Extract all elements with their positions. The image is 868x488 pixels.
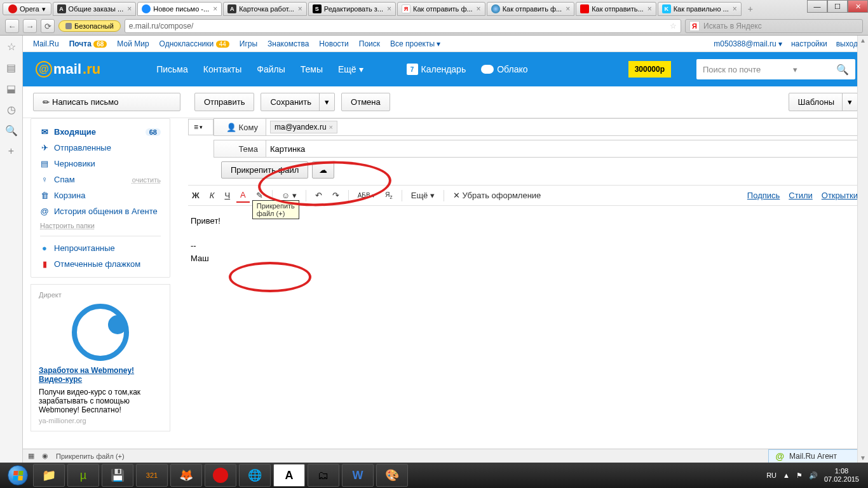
save-button[interactable]: Сохранить▾: [261, 93, 335, 111]
close-icon[interactable]: ×: [298, 4, 302, 13]
hdr-contacts[interactable]: Контакты: [203, 64, 241, 74]
cards-link[interactable]: Открытки: [822, 191, 858, 200]
remove-format-button[interactable]: ✕ Убрать оформление: [449, 189, 545, 202]
tab-6[interactable]: Как отправить...×: [576, 2, 656, 16]
new-tab-button[interactable]: +: [743, 3, 758, 15]
task-mpc[interactable]: 321: [136, 464, 168, 487]
compose-button[interactable]: ✎ Написать письмо: [33, 93, 180, 111]
hdr-calendar[interactable]: 7Календарь: [407, 64, 466, 75]
minimize-button[interactable]: —: [807, 0, 827, 13]
tab-4[interactable]: ЯКак отправить ф...×: [397, 2, 485, 16]
task-firefox[interactable]: 🦊: [170, 464, 202, 487]
task-app-a[interactable]: A: [273, 464, 305, 487]
tray-flag-icon[interactable]: ⚑: [796, 471, 803, 480]
spellcheck-button[interactable]: АБВ ▾: [354, 190, 379, 201]
tray-clock[interactable]: 1:08 07.02.2015: [824, 467, 859, 484]
bookmark-icon[interactable]: ☆: [670, 22, 677, 30]
close-icon[interactable]: ×: [127, 4, 132, 13]
task-opera[interactable]: [205, 464, 236, 487]
tab-0[interactable]: AОбщие заказы ...×: [53, 2, 137, 16]
tab-7[interactable]: KКак правильно ...×: [658, 2, 742, 16]
tray-sound-icon[interactable]: 🔊: [809, 471, 818, 480]
search-icon[interactable]: 🔍: [836, 64, 849, 76]
topnav-link[interactable]: Новости: [319, 39, 348, 48]
templates-button[interactable]: Шаблоны▾: [789, 93, 858, 111]
attach-cloud-button[interactable]: ☁: [312, 161, 334, 179]
close-icon[interactable]: ×: [566, 4, 570, 13]
topnav-link[interactable]: Все проекты ▾: [390, 39, 440, 48]
mailru-logo[interactable]: @ mail.ru: [36, 61, 100, 78]
italic-button[interactable]: К: [206, 189, 219, 202]
attach-button[interactable]: Прикрепить файл: [221, 161, 308, 179]
scrollbar[interactable]: [857, 36, 868, 463]
star-icon[interactable]: ☆: [7, 41, 16, 53]
tab-2[interactable]: AКарточка работ...×: [223, 2, 307, 16]
styles-link[interactable]: Стили: [789, 191, 812, 200]
start-button[interactable]: [5, 463, 31, 488]
topnav-link[interactable]: Игры: [240, 39, 257, 48]
ad-link[interactable]: Заработок на Webmoney! Видео-курс: [39, 366, 162, 384]
tab-5[interactable]: Как отправить ф...×: [487, 2, 575, 16]
send-button[interactable]: Отправить: [194, 93, 254, 111]
subject-input[interactable]: [270, 144, 853, 154]
hdr-more[interactable]: Ещё ▾: [338, 64, 363, 74]
clear-spam[interactable]: очистить: [132, 176, 161, 184]
folder-inbox[interactable]: ✉Входящие68: [31, 124, 170, 140]
hdr-themes[interactable]: Темы: [301, 64, 323, 74]
subject-field[interactable]: [266, 140, 858, 158]
folder-sent[interactable]: ✈Отправленные: [31, 140, 170, 156]
hdr-letters[interactable]: Письма: [156, 64, 188, 74]
more-button[interactable]: Ещё ▾: [407, 189, 438, 202]
close-icon[interactable]: ×: [648, 4, 652, 13]
history-icon[interactable]: ◷: [7, 104, 16, 116]
url-field[interactable]: e.mail.ru/compose/ ☆: [125, 19, 681, 33]
note-icon[interactable]: ▤: [6, 62, 16, 74]
opera-menu-button[interactable]: Opera ▾: [3, 3, 51, 15]
task-utorrent[interactable]: µ: [67, 464, 99, 487]
user-email-link[interactable]: m050388@mail.ru ▾: [714, 39, 782, 48]
hdr-cloud[interactable]: Облако: [481, 64, 527, 74]
yandex-search[interactable]: Я Искать в Яндекс: [685, 19, 863, 33]
safe-badge[interactable]: Безопасный: [58, 20, 121, 32]
folder-agent[interactable]: @История общения в Агенте: [31, 203, 170, 219]
task-save[interactable]: 💾: [102, 464, 133, 487]
back-button[interactable]: ←: [5, 19, 19, 33]
bold-button[interactable]: Ж: [188, 189, 203, 202]
hdr-files[interactable]: Файлы: [257, 64, 285, 74]
close-icon[interactable]: ×: [477, 4, 481, 13]
task-paint[interactable]: 🎨: [376, 464, 408, 487]
chevron-down-icon[interactable]: ▾: [319, 93, 334, 111]
topnav-link[interactable]: Поиск: [359, 39, 380, 48]
topnav-link[interactable]: Знакомства: [268, 39, 309, 48]
close-icon[interactable]: ×: [213, 4, 217, 13]
cancel-button[interactable]: Отмена: [341, 93, 390, 111]
tray-up-icon[interactable]: ▲: [783, 471, 790, 479]
maximize-button[interactable]: ☐: [827, 0, 848, 13]
folder-spam[interactable]: ♀Спамочистить: [31, 172, 170, 187]
forward-button[interactable]: →: [23, 19, 37, 33]
reload-button[interactable]: ⟳: [41, 19, 55, 33]
ad-image[interactable]: [59, 304, 142, 361]
close-icon[interactable]: ×: [387, 4, 391, 13]
settings-link[interactable]: настройки: [791, 39, 827, 48]
redo-button[interactable]: ↷: [329, 189, 343, 202]
signature-link[interactable]: Подпись: [747, 191, 780, 200]
tag-icon[interactable]: ⬓: [6, 83, 16, 95]
folder-trash[interactable]: 🗑Корзина: [31, 187, 170, 203]
fields-options[interactable]: ≡ ▾: [188, 119, 214, 135]
folder-flagged[interactable]: ▮Отмеченные флажком: [31, 256, 170, 272]
undo-button[interactable]: ↶: [311, 189, 326, 202]
tab-1[interactable]: Новое письмо -...×: [137, 2, 222, 16]
task-chrome[interactable]: 🌐: [239, 464, 271, 487]
close-button[interactable]: ✕: [848, 0, 868, 13]
folder-unread[interactable]: ●Непрочитанные: [31, 240, 170, 256]
textcolor-button[interactable]: А: [236, 188, 250, 203]
promo-badge[interactable]: 300000р: [628, 61, 671, 78]
chevron-down-icon[interactable]: ▾: [842, 93, 857, 111]
logout-link[interactable]: выход: [836, 39, 858, 48]
configure-folders[interactable]: Настроить папки: [31, 219, 170, 232]
tray-lang[interactable]: RU: [766, 471, 776, 479]
recipient-chip[interactable]: ma@yandex.ru×: [270, 121, 337, 133]
translit-button[interactable]: Яz: [381, 189, 396, 202]
add-panel-icon[interactable]: +: [8, 146, 14, 157]
